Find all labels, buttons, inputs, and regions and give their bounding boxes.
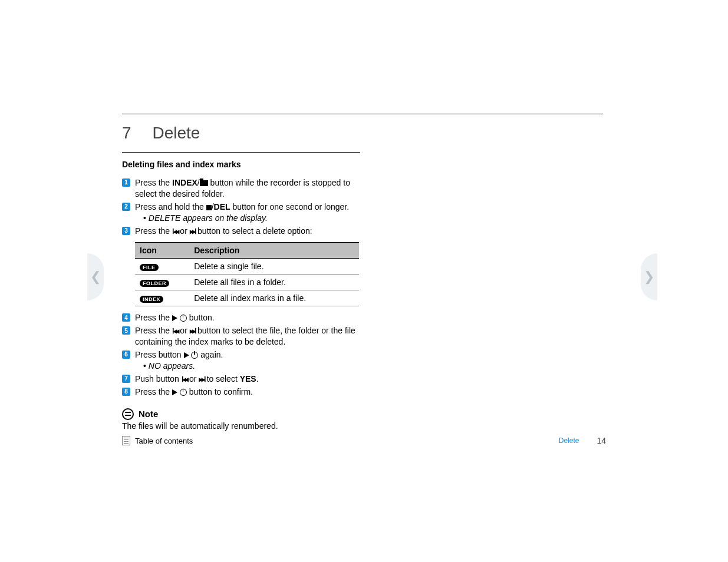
steps-list: 1 Press the INDEX/ button while the reco… [122, 177, 360, 236]
next-icon [199, 373, 204, 385]
step-text: or [187, 374, 199, 384]
prev-icon [182, 373, 187, 385]
step-text: again. [198, 350, 223, 359]
folder-icon [200, 180, 208, 186]
chevron-left-icon: ❮ [90, 269, 101, 285]
table-header-icon: Icon [135, 243, 189, 259]
step-text: Press the [135, 313, 172, 322]
step-badge: 1 [122, 178, 130, 187]
page-number: 14 [597, 436, 606, 445]
delete-options-table: IconDescription FILEDelete a single file… [135, 242, 359, 306]
prev-page-button[interactable]: ❮ [87, 253, 104, 300]
play-icon [172, 389, 177, 395]
table-cell: Delete all files in a folder. [189, 275, 359, 290]
step-badge: 2 [122, 203, 130, 211]
toc-link[interactable]: Table of contents [122, 436, 193, 445]
step-text: button for one second or longer. [230, 202, 350, 211]
play-icon [172, 315, 177, 321]
step-badge: 8 [122, 388, 130, 396]
step-text: Push button [135, 374, 182, 384]
file-pill-icon: FILE [140, 264, 159, 271]
step-text: Press button [135, 350, 184, 359]
step-3: 3 Press the or button to select a delete… [122, 226, 360, 237]
step-7: 7 Push button or to select YES. [122, 373, 360, 385]
footer: Table of contents Delete 14 [122, 436, 606, 445]
next-icon [190, 226, 195, 237]
play-icon [184, 352, 189, 358]
step-text: to select [205, 374, 240, 384]
step-sub: NO appears. [143, 361, 360, 372]
section-link[interactable]: Delete [559, 437, 579, 445]
index-label: INDEX [172, 178, 197, 187]
step-8: 8 Press the button to confirm. [122, 386, 360, 398]
table-cell: Delete all index marks in a file. [189, 290, 359, 306]
step-text: button. [187, 313, 215, 322]
step-badge: 7 [122, 375, 130, 383]
table-row: FILEDelete a single file. [135, 259, 359, 275]
chevron-right-icon: ❯ [644, 269, 654, 285]
next-icon [190, 325, 195, 336]
power-icon [180, 389, 187, 396]
step-1: 1 Press the INDEX/ button while the reco… [122, 177, 360, 200]
steps-list-cont: 4 Press the button. 5 Press the or butto… [122, 312, 360, 397]
top-rule [122, 114, 603, 114]
table-row: FOLDERDelete all files in a folder. [135, 275, 359, 290]
note-label: Note [139, 409, 158, 419]
page-icon [122, 436, 130, 445]
table-row: INDEXDelete all index marks in a file. [135, 290, 359, 306]
note-icon [122, 408, 134, 420]
step-text: Press and hold the [135, 202, 206, 211]
step-4: 4 Press the button. [122, 312, 360, 323]
column-rule [122, 152, 360, 153]
next-page-button[interactable]: ❯ [641, 253, 657, 300]
chapter-number: 7 [122, 124, 131, 142]
step-text: Press the [135, 387, 172, 396]
step-text: Press the [135, 178, 172, 187]
section-subhead: Deleting files and index marks [122, 160, 360, 169]
chapter-title: Delete [152, 124, 200, 142]
del-label: DEL [214, 202, 230, 211]
step-badge: 4 [122, 313, 130, 322]
yes-label: YES [240, 374, 256, 384]
step-2: 2 Press and hold the /DEL button for one… [122, 201, 360, 224]
table-cell: Delete a single file. [189, 259, 359, 275]
step-sub: DELETE appears on the display. [143, 213, 360, 224]
note-heading: Note [122, 408, 360, 420]
toc-label: Table of contents [135, 437, 193, 445]
step-text: . [256, 374, 259, 384]
table-header-desc: Description [189, 243, 359, 259]
step-text: or [177, 226, 189, 236]
step-5: 5 Press the or button to select the file… [122, 325, 360, 348]
chapter-heading: 7 Delete [122, 124, 200, 143]
step-6: 6 Press button again. NO appears. [122, 349, 360, 372]
note-body: The files will be automatically renumber… [122, 421, 360, 431]
step-text: Press the [135, 326, 172, 335]
step-badge: 5 [122, 326, 130, 335]
step-badge: 6 [122, 351, 130, 359]
power-icon [180, 315, 187, 322]
folder-pill-icon: FOLDER [140, 280, 169, 287]
step-badge: 3 [122, 227, 130, 235]
step-text: Press the [135, 226, 172, 236]
index-pill-icon: INDEX [140, 296, 163, 303]
step-text: button to select a delete option: [195, 226, 312, 236]
stop-icon [206, 205, 212, 210]
step-text: button to confirm. [187, 387, 253, 396]
power-icon [191, 352, 198, 359]
step-text: or [177, 326, 189, 335]
